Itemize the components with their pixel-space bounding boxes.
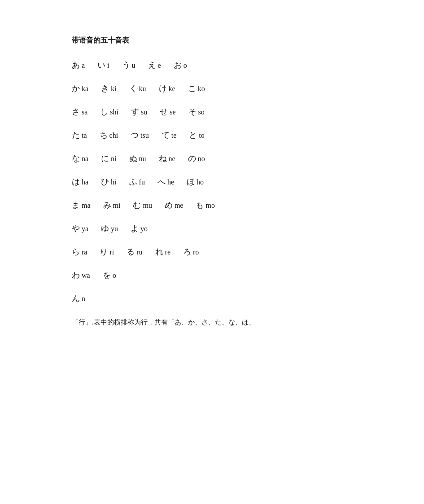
- romaji-text: su: [141, 108, 147, 116]
- pair-み: み mi: [103, 200, 128, 210]
- kana-char: さ: [72, 106, 80, 117]
- pair-め: め me: [165, 200, 191, 210]
- pair-あ: あ a: [72, 60, 92, 70]
- pair-ゆ: ゆ yu: [101, 223, 125, 234]
- row-ta-row: た taち chiつ tsuて teと to: [72, 130, 352, 140]
- row-ka-row: か kaき kiく kuけ keこ ko: [72, 83, 352, 94]
- romaji-text: tsu: [140, 131, 149, 140]
- kana-char: せ: [160, 106, 168, 117]
- kana-char: よ: [131, 223, 139, 234]
- romaji-text: ka: [82, 85, 88, 93]
- kana-char: ら: [72, 246, 80, 257]
- kana-char: ん: [72, 293, 80, 304]
- romaji-text: se: [170, 108, 175, 116]
- romaji-text: mi: [113, 202, 121, 210]
- row-ra-row: ら raり riる ruれ reろ ro: [72, 246, 352, 257]
- kana-char: ふ: [129, 176, 137, 187]
- row-ya-row: や yaゆ yuよ yo: [72, 223, 352, 234]
- row-ha-row: は haひ hiふ fuへ heほ ho: [72, 176, 352, 187]
- romaji-text: ri: [109, 248, 114, 256]
- romaji-text: ne: [169, 155, 175, 163]
- kana-char: み: [103, 200, 111, 210]
- romaji-text: ya: [82, 225, 88, 233]
- kana-char: ほ: [187, 176, 195, 187]
- kana-table: あ aい iう uえ eお oか kaき kiく kuけ keこ koさ saし…: [72, 60, 352, 304]
- pair-い: い i: [97, 60, 116, 70]
- pair-わ: わ wa: [72, 270, 97, 280]
- romaji-text: o: [113, 272, 116, 280]
- pair-け: け ke: [159, 83, 183, 94]
- romaji-text: u: [132, 61, 136, 70]
- kana-char: え: [148, 60, 156, 70]
- pair-さ: さ sa: [72, 106, 95, 117]
- pair-う: う u: [122, 60, 143, 70]
- pair-は: は ha: [72, 176, 96, 187]
- pair-や: や ya: [72, 223, 96, 234]
- kana-char: け: [159, 83, 167, 94]
- kana-char: き: [101, 83, 109, 94]
- kana-char: な: [72, 153, 80, 164]
- page-container: 带语音的五十音表 あ aい iう uえ eお oか kaき kiく kuけ ke…: [72, 36, 352, 329]
- pair-ふ: ふ fu: [129, 176, 152, 187]
- romaji-text: e: [158, 61, 161, 70]
- kana-char: へ: [157, 176, 166, 187]
- kana-char: も: [196, 200, 204, 210]
- romaji-text: ra: [82, 248, 87, 256]
- pair-よ: よ yo: [131, 223, 155, 234]
- kana-char: ゆ: [101, 223, 109, 234]
- romaji-text: i: [107, 61, 109, 70]
- kana-char: わ: [72, 270, 80, 280]
- row-sa-row: さ saし shiす suせ seそ so: [72, 106, 352, 117]
- kana-char: い: [97, 60, 105, 70]
- kana-char: る: [127, 246, 135, 257]
- pair-と: と to: [189, 130, 211, 140]
- pair-ん: ん n: [72, 293, 92, 304]
- kana-char: を: [103, 270, 111, 280]
- romaji-text: ta: [82, 131, 87, 140]
- romaji-text: re: [165, 248, 170, 256]
- pair-お: お o: [174, 60, 194, 70]
- pair-る: る ru: [127, 246, 149, 257]
- kana-char: は: [72, 176, 80, 187]
- pair-こ: こ ko: [188, 83, 212, 94]
- kana-char: め: [165, 200, 173, 210]
- pair-ら: ら ra: [72, 246, 94, 257]
- pair-り: り ri: [100, 246, 121, 257]
- romaji-text: mo: [205, 202, 214, 210]
- pair-し: し shi: [100, 106, 126, 117]
- kana-char: ち: [100, 130, 108, 140]
- kana-char: た: [72, 130, 80, 140]
- kana-char: か: [72, 83, 80, 94]
- pair-に: に ni: [101, 153, 123, 164]
- kana-char: つ: [131, 130, 139, 140]
- romaji-text: yo: [140, 225, 148, 233]
- romaji-text: ni: [111, 155, 116, 163]
- pair-つ: つ tsu: [131, 130, 156, 140]
- pair-か: か ka: [72, 83, 96, 94]
- kana-char: れ: [155, 246, 163, 257]
- pair-を: を o: [103, 270, 123, 280]
- pair-ほ: ほ ho: [187, 176, 211, 187]
- pair-む: む mu: [133, 200, 159, 210]
- romaji-text: na: [82, 155, 88, 163]
- kana-char: む: [133, 200, 141, 210]
- romaji-text: ma: [82, 202, 91, 210]
- romaji-text: me: [175, 202, 184, 210]
- romaji-text: ki: [111, 85, 116, 93]
- romaji-text: ru: [136, 248, 142, 256]
- pair-れ: れ re: [155, 246, 178, 257]
- romaji-text: yu: [111, 225, 118, 233]
- romaji-text: ha: [82, 178, 88, 186]
- pair-ひ: ひ hi: [101, 176, 123, 187]
- row-wa-row: わ waを o: [72, 270, 352, 280]
- kana-char: や: [72, 223, 80, 234]
- romaji-text: a: [82, 61, 85, 70]
- pair-そ: そ so: [188, 106, 212, 117]
- pair-せ: せ se: [160, 106, 183, 117]
- romaji-text: hi: [111, 178, 116, 186]
- kana-char: あ: [72, 60, 80, 70]
- romaji-text: so: [198, 108, 205, 116]
- kana-char: て: [162, 130, 170, 140]
- pair-な: な na: [72, 153, 96, 164]
- romaji-text: te: [171, 131, 177, 140]
